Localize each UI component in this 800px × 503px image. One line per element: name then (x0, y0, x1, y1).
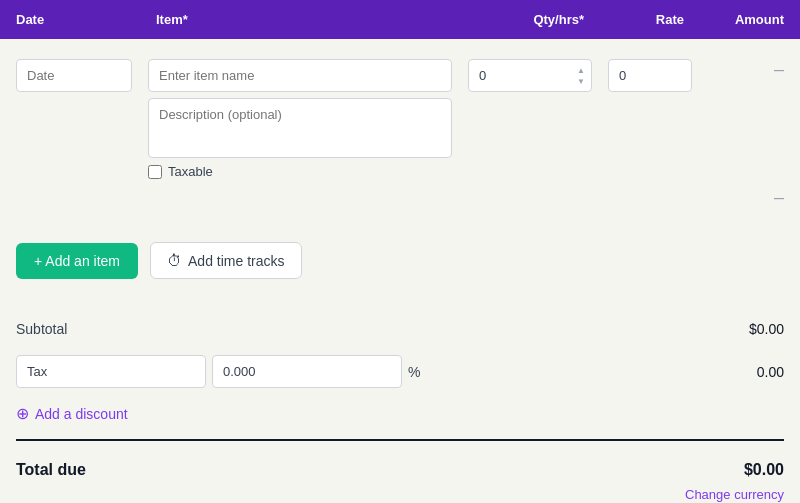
add-time-tracks-button[interactable]: ⏱ Add time tracks (150, 242, 301, 279)
header-date: Date (0, 0, 140, 39)
date-input[interactable] (16, 59, 132, 92)
change-currency-button[interactable]: Change currency (685, 487, 784, 502)
taxable-checkbox[interactable] (148, 165, 162, 179)
item-cell: Taxable (140, 59, 460, 179)
add-discount-label: Add a discount (35, 406, 128, 422)
add-discount-row: ⊕ Add a discount (16, 396, 784, 431)
tax-inputs: % (16, 355, 420, 388)
tax-pct-input[interactable] (212, 355, 402, 388)
total-due-label: Total due (16, 461, 86, 479)
qty-down-button[interactable]: ▼ (574, 76, 588, 86)
totals-section: Subtotal $0.00 % 0.00 ⊕ Add a discount T… (0, 311, 800, 503)
tax-label-input[interactable] (16, 355, 206, 388)
add-discount-icon: ⊕ (16, 404, 29, 423)
tax-row: % 0.00 (16, 347, 784, 396)
header-amount: Amount (700, 0, 800, 39)
table-row: Taxable ▲ ▼ – (0, 51, 800, 187)
tax-pct-symbol: % (408, 364, 420, 380)
qty-cell: ▲ ▼ (460, 59, 600, 92)
actions-bar: + Add an item ⏱ Add time tracks (0, 226, 800, 303)
qty-up-button[interactable]: ▲ (574, 65, 588, 75)
description-input[interactable] (148, 98, 452, 158)
remove-row-button-2[interactable]: – (774, 187, 784, 208)
item-cell-inner: Taxable (148, 59, 452, 179)
add-item-label: + Add an item (34, 253, 120, 269)
rate-cell (600, 59, 700, 92)
clock-icon: ⏱ (167, 252, 182, 269)
header-rate: Rate (600, 0, 700, 39)
total-due-row: Total due $0.00 (16, 449, 784, 487)
add-item-button[interactable]: + Add an item (16, 243, 138, 279)
add-discount-button[interactable]: ⊕ Add a discount (16, 404, 128, 423)
header-qty: Qty/hrs* (460, 0, 600, 39)
date-cell (0, 59, 140, 92)
table-header: Date Item* Qty/hrs* Rate Amount (0, 0, 800, 39)
qty-arrows: ▲ ▼ (574, 65, 588, 86)
taxable-label: Taxable (168, 164, 213, 179)
rate-input[interactable] (608, 59, 692, 92)
subtotal-value: $0.00 (749, 321, 784, 337)
total-due-value: $0.00 (744, 461, 784, 479)
change-currency-row: Change currency (16, 487, 784, 503)
add-tracks-label: Add time tracks (188, 253, 284, 269)
qty-wrapper: ▲ ▼ (468, 59, 592, 92)
table-body: Taxable ▲ ▼ – – (0, 39, 800, 226)
total-divider (16, 439, 784, 441)
amount-cell: – (700, 59, 800, 80)
header-item: Item* (140, 0, 460, 39)
remove-row-button[interactable]: – (774, 59, 784, 80)
subtotal-row: Subtotal $0.00 (16, 311, 784, 347)
taxable-row: Taxable (148, 164, 452, 179)
item-name-input[interactable] (148, 59, 452, 92)
subtotal-label: Subtotal (16, 321, 67, 337)
tax-value: 0.00 (757, 364, 784, 380)
